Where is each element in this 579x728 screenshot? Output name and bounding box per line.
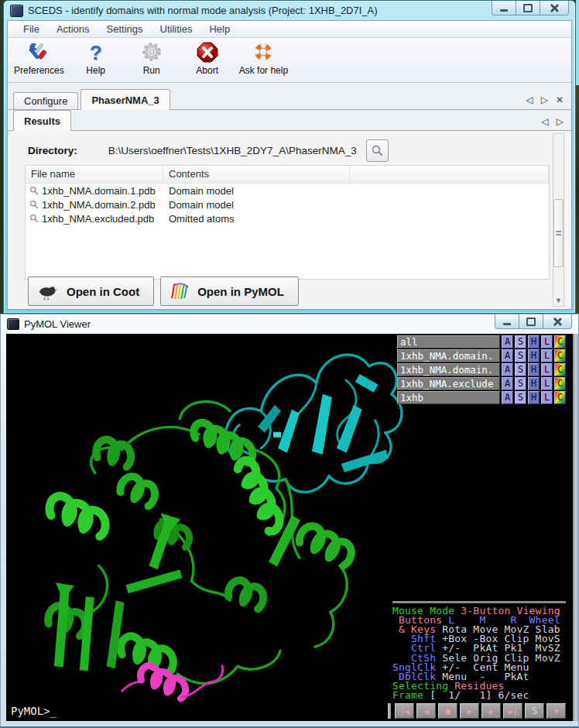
sceds-titlebar[interactable]: SCEDS - identify domains with normal mod… [4,1,575,20]
object-c-button[interactable]: C [554,335,566,349]
pymol-window: PyMOL Viewer [0,314,579,728]
sceds-minimize-button[interactable] [492,1,516,15]
subtab-scroll-left-icon[interactable]: ◁ [542,116,549,127]
object-a-button[interactable]: A [502,391,513,404]
table-row[interactable]: 1xhb_NMA.domain.2.pdbDomain model [26,197,549,211]
object-h-button[interactable]: H [528,335,540,349]
object-name-button[interactable]: 1xhb_NMA.domain. [397,349,500,362]
menu-down-button[interactable]: ▼ [546,703,566,719]
pymol-titlebar[interactable]: PyMOL Viewer [1,314,578,334]
close-icon [553,318,563,326]
preferences-button[interactable]: Preferences [14,39,64,76]
results-scrollbar[interactable]: ▼ [553,133,564,307]
help-label: Help [86,65,105,76]
tabs-area: Configure PhaserNMA_3 ◁▷✕ Results ◁▷ [8,83,571,131]
object-s-button[interactable]: S [515,335,526,349]
play-button[interactable]: ▶ [460,703,479,719]
tab-results[interactable]: Results [13,110,71,131]
table-row[interactable]: 1xhb_NMA.excluded.pdbOmitted atoms [26,211,549,225]
scrollbar-down-arrow[interactable]: ▼ [553,296,564,305]
magnifier-icon [371,144,384,157]
file-name-cell[interactable]: 1xhb_NMA.excluded.pdb [26,213,163,225]
object-name-button[interactable]: 1xhb [397,391,500,404]
object-a-button[interactable]: A [502,349,513,362]
pymol-minimize-button[interactable] [495,314,519,329]
sceds-toolbar: Preferences ? Help Run [8,38,571,83]
maximize-icon [526,318,536,326]
pymol-viewport[interactable]: allASHLC1xhb_NMA.domain.ASHLC1xhb_NMA.do… [6,334,573,721]
abort-label: Abort [196,65,218,76]
browse-directory-button[interactable] [366,139,389,162]
sceds-close-button[interactable] [540,1,569,15]
object-h-button[interactable]: H [528,391,540,404]
tab-scroll-left-icon[interactable]: ◁ [526,94,533,105]
abort-button[interactable]: Abort [183,39,231,76]
object-h-button[interactable]: H [528,363,540,376]
sceds-maximize-button[interactable] [516,1,540,15]
object-l-button[interactable]: L [541,377,553,390]
object-h-button[interactable]: H [528,349,540,362]
magnifier-icon [29,214,39,223]
pymol-command-prompt[interactable]: PyMOL>_ [11,705,57,717]
table-row[interactable]: 1xhb_NMA.domain.1.pdbDomain model [26,184,549,197]
run-button[interactable]: Run [128,39,176,76]
stop-button[interactable]: ■ [438,703,457,719]
forward-button[interactable]: ▶ [481,703,501,719]
file-name-text: 1xhb_NMA.domain.2.pdb [42,199,156,211]
object-c-button[interactable]: C [554,363,566,376]
subtab-scroll-right-icon[interactable]: ▷ [557,116,564,127]
tab-phasernma-3[interactable]: PhaserNMA_3 [81,89,170,110]
object-s-button[interactable]: S [515,363,526,376]
help-button[interactable]: ? Help [72,39,120,76]
col-file-name[interactable]: File name [26,166,163,183]
menu-file[interactable]: File [15,23,48,35]
file-name-cell[interactable]: 1xhb_NMA.domain.1.pdb [26,185,163,197]
ask-for-help-button[interactable]: Ask for help [239,39,288,76]
object-s-button[interactable]: S [515,377,526,390]
object-l-button[interactable]: L [541,391,553,404]
close-icon [550,4,560,12]
object-row-3: 1xhb_NMA.excludeASHLC [397,377,566,390]
end-button[interactable]: ▶| [503,703,522,719]
s-button[interactable]: S [525,703,544,719]
object-a-button[interactable]: A [502,335,513,349]
menu-help[interactable]: Help [200,23,238,35]
tab-results-label: Results [24,115,60,127]
object-name-button[interactable]: 1xhb_NMA.domain. [397,363,500,376]
step-back-button[interactable]: ◀ [416,703,436,719]
rewind-button[interactable]: |◀ [395,703,414,719]
object-name-button[interactable]: 1xhb_NMA.exclude [397,377,500,390]
file-name-cell[interactable]: 1xhb_NMA.domain.2.pdb [26,199,163,211]
object-l-button[interactable]: L [541,363,553,376]
scrollbar-thumb[interactable] [553,199,564,267]
object-s-button[interactable]: S [515,391,526,404]
minimize-icon [503,323,511,325]
object-s-button[interactable]: S [515,349,526,362]
directory-path: B:\Users\oeffner\Tests\1XHB_2DY7_A\Phase… [108,145,357,156]
menu-utilities[interactable]: Utilities [152,23,201,35]
object-c-button[interactable]: C [554,391,566,404]
results-panel: Directory: B:\Users\oeffner\Tests\1XHB_2… [8,131,571,309]
pymol-right-scroll-strip[interactable] [573,334,578,721]
open-in-coot-button[interactable]: Open in Coot [28,276,154,306]
tab-configure[interactable]: Configure [13,92,78,109]
pymol-maximize-button[interactable] [519,314,543,329]
tab-scroll-right-icon[interactable]: ▷ [541,94,548,105]
object-c-button[interactable]: C [554,377,566,390]
tab-close-icon[interactable]: ✕ [556,94,564,105]
object-l-button[interactable]: L [541,335,553,349]
open-in-pymol-button[interactable]: Open in PyMOL [160,276,299,306]
menu-settings[interactable]: Settings [98,23,152,35]
object-name-button[interactable]: all [397,335,500,349]
pymol-close-button[interactable] [543,314,572,329]
object-a-button[interactable]: A [502,377,513,390]
pymol-mouse-panel: Mouse Mode 3-Button Viewing Buttons L M … [392,601,566,700]
object-row-4: 1xhbASHLC [397,391,566,404]
col-contents[interactable]: Contents [163,166,350,183]
object-row-1: 1xhb_NMA.domain.ASHLC [397,349,566,362]
object-c-button[interactable]: C [554,349,566,362]
menu-actions[interactable]: Actions [48,23,98,35]
object-a-button[interactable]: A [502,363,513,376]
object-h-button[interactable]: H [528,377,540,390]
object-l-button[interactable]: L [541,349,553,362]
